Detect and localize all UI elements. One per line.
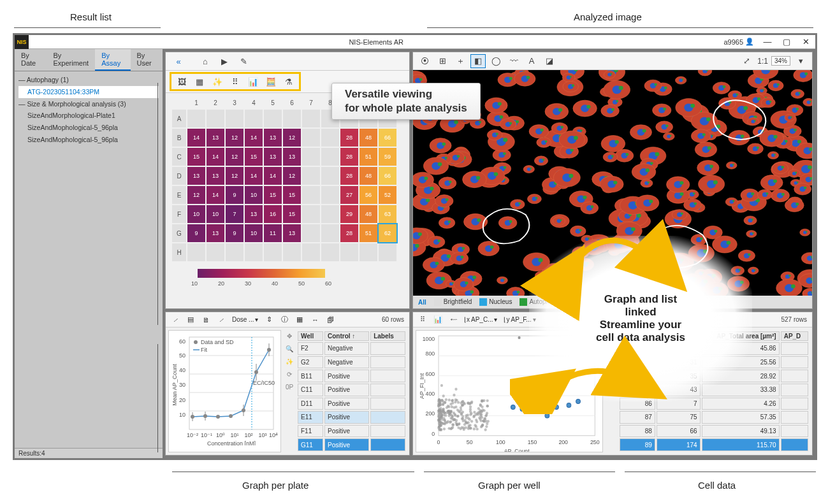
- view-grid-icon[interactable]: ▦: [191, 74, 208, 89]
- tree-item[interactable]: SizeAndMophological-5_96pla: [18, 134, 159, 146]
- bar-icon[interactable]: 📊: [431, 313, 445, 326]
- collapse-button[interactable]: «: [170, 54, 187, 69]
- view-box-icon[interactable]: 🧮: [262, 74, 280, 89]
- zero-icon[interactable]: 0P: [606, 356, 617, 367]
- svg-point-453: [766, 192, 769, 195]
- channel-nucleus[interactable]: Nucleus: [479, 298, 512, 306]
- well-scatter-chart[interactable]: 0 200 400 600 800 1000 0 50 100 150: [416, 330, 603, 452]
- svg-point-423: [769, 101, 772, 103]
- zoom-select[interactable]: 34%: [771, 56, 790, 66]
- home-button[interactable]: ⌂: [196, 54, 214, 69]
- svg-point-219: [796, 108, 799, 110]
- fit-icon[interactable]: ⟋: [214, 313, 228, 326]
- refresh-icon[interactable]: ⟳: [284, 368, 295, 380]
- tab-by-experiment[interactable]: By Experiment: [47, 49, 96, 71]
- svg-point-165: [569, 284, 574, 287]
- hist-icon[interactable]: ⬳: [446, 313, 460, 326]
- dose-select[interactable]: Dose ... ▾: [229, 316, 261, 323]
- svg-point-87: [472, 276, 476, 279]
- wave-icon[interactable]: 〰: [506, 54, 521, 68]
- circle-icon[interactable]: ◯: [488, 54, 504, 68]
- svg-point-705: [702, 271, 704, 273]
- edit-button[interactable]: ✎: [235, 54, 252, 69]
- move-icon[interactable]: ✥: [284, 330, 295, 342]
- view-dots-icon[interactable]: ⠿: [226, 74, 244, 89]
- move-icon[interactable]: ✥: [606, 330, 617, 342]
- tree-group-autophagy[interactable]: — Autophagy (1): [18, 74, 159, 86]
- tree-item-atg[interactable]: ATG-2023051104:33PM: [18, 86, 159, 98]
- select-icon[interactable]: ⬚: [606, 343, 617, 354]
- play-button[interactable]: ▶: [215, 54, 233, 69]
- tree-item[interactable]: SizeAndMorphological-Plate1: [18, 110, 159, 122]
- svg-text:150: 150: [528, 439, 537, 445]
- dose-response-chart[interactable]: EC/IC50 Data and SD Fit 10 20 30 40 50 6…: [168, 330, 281, 452]
- svg-point-1015: [468, 418, 471, 421]
- app-title: NIS-Elements AR: [29, 38, 723, 46]
- copy-icon[interactable]: 🗐: [323, 313, 337, 326]
- zoom-icon[interactable]: 🔍: [284, 343, 295, 354]
- table-icon[interactable]: ▦: [293, 313, 307, 326]
- svg-point-546: [751, 219, 753, 220]
- export-icon[interactable]: 🗎: [199, 313, 213, 326]
- mask-icon[interactable]: ◪: [542, 54, 557, 68]
- svg-point-450: [736, 94, 739, 96]
- roi-icon[interactable]: ⦿: [417, 54, 432, 68]
- svg-point-201: [681, 79, 683, 81]
- svg-point-606: [542, 159, 544, 161]
- list-icon[interactable]: ▤: [184, 313, 198, 326]
- well-side-tools: ✥ ⬚ 0P ✨: [606, 328, 618, 455]
- svg-point-408: [437, 240, 440, 242]
- curve-icon[interactable]: ⟋: [168, 313, 182, 326]
- svg-text:30: 30: [179, 382, 185, 388]
- dose-table[interactable]: Well Control ↑ Labels F2NegativeG2Negati…: [296, 330, 407, 452]
- swap-icon[interactable]: ↔: [308, 313, 322, 326]
- view-image-icon[interactable]: 🖼: [173, 74, 191, 89]
- channel-brightfield[interactable]: Brightfield: [434, 298, 472, 306]
- grid-icon[interactable]: ⊞: [435, 54, 450, 68]
- svg-point-924: [473, 411, 476, 414]
- svg-point-1036: [461, 400, 463, 403]
- overlay-icon[interactable]: ◧: [470, 54, 486, 68]
- svg-point-1051: [458, 423, 460, 426]
- tree-item[interactable]: SizeAndMophological-5_96pla: [18, 122, 159, 134]
- sparkle-icon[interactable]: ✨: [284, 356, 295, 367]
- zoom-fit-button[interactable]: ⤢: [739, 54, 754, 68]
- svg-point-648: [740, 280, 744, 284]
- tab-by-assay[interactable]: By Assay: [95, 49, 130, 71]
- info-icon[interactable]: ⓘ: [277, 313, 291, 326]
- view-bar-icon[interactable]: 📊: [244, 74, 262, 89]
- maximize-button[interactable]: ▢: [777, 36, 796, 48]
- y-axis-select[interactable]: ⌊y AP_F... ▾: [501, 316, 538, 323]
- svg-text:0: 0: [437, 439, 440, 445]
- x-axis-select[interactable]: ⌊x AP_C... ▾: [461, 316, 500, 323]
- zero-icon[interactable]: 0P: [284, 381, 295, 392]
- cell-data-table[interactable]: Obj ID ↓ AP_Count AP_Total area [µm²] AP…: [618, 330, 810, 452]
- view-wand-icon[interactable]: ✨: [208, 74, 226, 89]
- plate-heatmap[interactable]: 1234567891011AB141312141312284866C151412…: [172, 97, 403, 261]
- user-badge[interactable]: a9965 👤: [723, 38, 754, 46]
- view-assay-icon[interactable]: ⚗: [280, 74, 298, 89]
- crosshair-icon[interactable]: ＋: [453, 54, 468, 68]
- range-icon[interactable]: ⇕: [262, 313, 276, 326]
- svg-point-504: [702, 133, 706, 136]
- svg-point-1055: [511, 405, 515, 409]
- tab-by-date[interactable]: By Date: [15, 49, 47, 71]
- svg-point-216: [595, 244, 599, 247]
- sparkle-icon[interactable]: ✨: [606, 368, 617, 380]
- svg-point-696: [449, 180, 452, 183]
- close-button[interactable]: ✕: [796, 36, 815, 48]
- minimize-button[interactable]: —: [758, 36, 777, 48]
- svg-point-639: [754, 120, 756, 122]
- text-icon[interactable]: A: [524, 54, 539, 68]
- svg-text:200: 200: [426, 410, 435, 417]
- svg-point-582: [665, 124, 669, 127]
- channel-all[interactable]: All: [418, 299, 426, 306]
- svg-point-810: [484, 428, 487, 431]
- tree-group-size[interactable]: — Size & Morphological analysis (3): [18, 98, 159, 110]
- zoom-dropdown-icon[interactable]: ▾: [793, 54, 808, 68]
- channel-autophagosome[interactable]: Autophagosome: [519, 298, 576, 306]
- zoom-11-button[interactable]: 1:1: [757, 54, 769, 68]
- line: [172, 472, 414, 472]
- tab-by-user[interactable]: By User: [131, 49, 163, 71]
- scatter-icon[interactable]: ⠿: [416, 313, 430, 326]
